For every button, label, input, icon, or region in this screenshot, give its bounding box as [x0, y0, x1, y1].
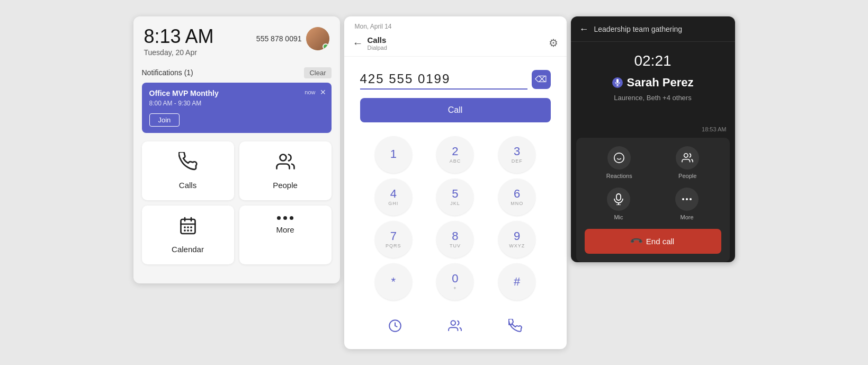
- dial-key-8[interactable]: 8 TUV: [436, 221, 473, 258]
- calls-label: Calls: [179, 181, 196, 190]
- time-date-block: 8:13 AM Tuesday, 20 Apr: [144, 27, 214, 57]
- caller-name: Sarah Perez: [627, 76, 694, 90]
- people-icon: [276, 152, 295, 175]
- svg-rect-13: [616, 79, 619, 83]
- notifications-section: Notifications (1) Clear now ✕ Office MVP…: [142, 67, 332, 133]
- app-tile-calendar[interactable]: Calendar: [142, 206, 234, 264]
- svg-point-12: [451, 321, 456, 325]
- notification-card: now ✕ Office MVP Monthly 8:00 AM - 9:30 …: [142, 83, 332, 133]
- screen-home: 8:13 AM Tuesday, 20 Apr 555 878 0091 Not…: [133, 16, 340, 283]
- people-label: People: [678, 173, 696, 179]
- dial-key-3[interactable]: 3 DEF: [498, 136, 535, 173]
- dial-num-7: 7: [390, 230, 397, 242]
- reactions-icon: [607, 146, 631, 170]
- end-call-button[interactable]: 📞 End call: [585, 229, 721, 254]
- app-tile-people[interactable]: People: [239, 141, 332, 200]
- settings-icon[interactable]: ⚙: [549, 37, 558, 49]
- dial-num-1: 1: [390, 148, 397, 160]
- more-control[interactable]: More: [675, 188, 699, 220]
- dial-key-0[interactable]: 0 +: [436, 263, 473, 300]
- call-timer: 02:21: [579, 52, 727, 69]
- dialpad-date: Mon, April 14: [344, 16, 567, 33]
- dial-num-0: 0: [452, 273, 458, 284]
- call-timestamp: 18:53 AM: [571, 123, 735, 132]
- dial-key-9[interactable]: 9 WXYZ: [498, 221, 535, 258]
- app-tile-calls[interactable]: Calls: [142, 141, 234, 200]
- back-arrow-icon[interactable]: ←: [353, 37, 363, 49]
- more-dots-icon: [277, 216, 293, 220]
- dial-num-star: *: [391, 276, 396, 288]
- avatar[interactable]: [306, 27, 329, 50]
- mic-control[interactable]: Mic: [607, 188, 630, 220]
- controls-row-bottom: Mic More: [585, 188, 721, 220]
- screen-active-call: ← Leadership team gathering 02:21 Sarah …: [571, 16, 735, 262]
- dial-num-3: 3: [514, 146, 520, 157]
- dial-key-7[interactable]: 7 PQRS: [375, 221, 412, 258]
- dial-sub-3: DEF: [512, 158, 523, 164]
- dial-key-5[interactable]: 5 JKL: [436, 179, 473, 216]
- dial-sub-2: ABC: [450, 158, 461, 164]
- dialpad-grid: 1 2 ABC 3 DEF 4 GHI 5 JKL 6 MNO: [344, 131, 567, 306]
- reactions-control[interactable]: Reactions: [606, 146, 632, 179]
- dial-key-2[interactable]: 2 ABC: [436, 136, 473, 173]
- phone-input[interactable]: [360, 69, 527, 90]
- app-tile-more[interactable]: More: [239, 206, 332, 264]
- dial-num-5: 5: [452, 188, 458, 200]
- call-button[interactable]: Call: [360, 98, 551, 122]
- calendar-label: Calendar: [172, 245, 204, 254]
- mic-icon: [607, 188, 630, 211]
- people-control[interactable]: People: [676, 146, 699, 179]
- end-call-icon: 📞: [629, 234, 644, 248]
- clear-button[interactable]: Clear: [304, 67, 331, 78]
- end-call-label: End call: [646, 237, 674, 246]
- dial-key-6[interactable]: 6 MNO: [498, 179, 535, 216]
- dial-num-6: 6: [514, 188, 520, 200]
- dialpad-nav: ← Calls Dialpad ⚙: [344, 33, 567, 57]
- header-right: 555 878 0091: [256, 27, 329, 50]
- call-controls-panel: Reactions People: [576, 138, 730, 262]
- dial-key-star[interactable]: *: [375, 263, 412, 300]
- dial-sub-9: WXYZ: [509, 243, 525, 248]
- contacts-icon[interactable]: [442, 313, 468, 339]
- back-arrow-white-icon[interactable]: ←: [579, 24, 589, 35]
- people-label: People: [273, 181, 298, 190]
- more-label: More: [680, 214, 693, 220]
- dial-key-4[interactable]: 4 GHI: [375, 179, 412, 216]
- app-grid: Calls People: [142, 141, 332, 264]
- notification-title: Office MVP Monthly: [149, 89, 324, 97]
- backspace-button[interactable]: ⌫: [532, 70, 551, 89]
- recent-calls-icon[interactable]: [382, 313, 408, 339]
- calls-icon: [178, 152, 198, 175]
- dial-key-hash[interactable]: #: [498, 263, 535, 300]
- meeting-title: Leadership team gathering: [594, 25, 683, 33]
- nav-calls-label: Calls: [368, 35, 387, 44]
- svg-point-14: [614, 153, 624, 162]
- dial-num-9: 9: [514, 230, 520, 242]
- dial-num-2: 2: [452, 146, 458, 157]
- online-indicator: [323, 43, 329, 50]
- dialpad-bottom-bar: [344, 306, 567, 339]
- nav-titles: Calls Dialpad: [368, 35, 387, 51]
- dial-key-1[interactable]: 1: [375, 136, 412, 173]
- three-dots: [682, 198, 692, 200]
- notification-time: 8:00 AM - 9:30 AM: [149, 100, 324, 107]
- caller-name-row: Sarah Perez: [579, 76, 727, 90]
- current-time: 8:13 AM: [144, 27, 214, 46]
- dial-num-hash: #: [514, 276, 520, 288]
- svg-rect-18: [616, 194, 621, 200]
- controls-row-top: Reactions People: [585, 146, 721, 179]
- screen-dialpad: Mon, April 14 ← Calls Dialpad ⚙ ⌫ Call 1…: [344, 16, 567, 349]
- join-button[interactable]: Join: [149, 113, 180, 127]
- call-header: ← Leadership team gathering: [571, 16, 735, 42]
- svg-point-17: [684, 153, 688, 157]
- close-icon[interactable]: ✕: [320, 88, 326, 96]
- people-call-icon: [676, 146, 699, 170]
- dial-num-8: 8: [452, 230, 458, 242]
- notification-badge: now: [305, 89, 315, 95]
- dial-sub-6: MNO: [511, 201, 523, 206]
- notifications-header: Notifications (1) Clear: [142, 67, 332, 78]
- svg-point-0: [280, 154, 286, 161]
- voicemail-icon[interactable]: [503, 313, 528, 339]
- dial-num-4: 4: [390, 188, 397, 200]
- calendar-icon: [178, 216, 198, 239]
